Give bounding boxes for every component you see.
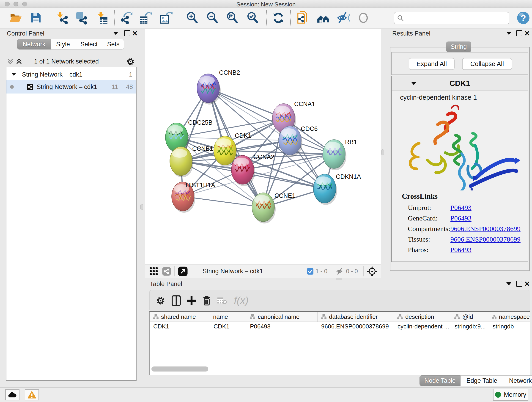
- table-cell[interactable]: cyclin-dependent ...: [394, 322, 451, 331]
- tree-expand-caret-icon[interactable]: [11, 72, 17, 77]
- column-header-name[interactable]: name: [210, 312, 246, 322]
- protein-header[interactable]: CDK1: [392, 76, 528, 91]
- column-header-description[interactable]: description: [394, 312, 451, 322]
- open-session-button[interactable]: [8, 11, 23, 25]
- column-header-namespace[interactable]: namespace: [489, 312, 530, 322]
- column-header-canonical-name[interactable]: canonical name: [246, 312, 317, 322]
- warnings-button[interactable]: [25, 389, 39, 400]
- network-canvas[interactable]: CCNB2CCNA1CDC25BCDK1CDC6RB1CCNB1CCNA2CDK…: [145, 29, 381, 264]
- tab-style[interactable]: Style: [51, 39, 75, 50]
- node-label-CCNB1: CCNB1: [192, 145, 213, 152]
- delete-table-icon: [217, 297, 227, 305]
- tab-string[interactable]: String: [446, 41, 471, 52]
- tab-edge-table[interactable]: Edge Table: [461, 375, 503, 386]
- network-share-gray-icon[interactable]: [162, 267, 171, 276]
- first-neighbors-button[interactable]: [295, 11, 310, 25]
- panel-float-button[interactable]: [516, 281, 522, 287]
- open-in-window-icon[interactable]: [178, 266, 188, 276]
- left-splitter-handle[interactable]: [140, 204, 143, 210]
- expand-all-button[interactable]: Expand All: [409, 58, 455, 70]
- panel-float-button[interactable]: [516, 30, 522, 36]
- panel-menu-caret-icon[interactable]: [506, 32, 511, 35]
- panel-close-button[interactable]: ✕: [524, 280, 530, 288]
- selected-checkbox-icon[interactable]: [307, 268, 314, 275]
- network-collection-row[interactable]: String Network – cdk1 1: [6, 69, 136, 80]
- table-cell[interactable]: CDK1: [210, 322, 246, 331]
- refresh-button[interactable]: [271, 11, 286, 25]
- network-row-selected[interactable]: String Network – cdk1 11 48: [6, 80, 136, 94]
- fx-icon: f(x): [233, 295, 251, 307]
- home-button[interactable]: [316, 11, 331, 25]
- table-horizontal-scrollbar[interactable]: [152, 366, 208, 371]
- column-header-shared-name[interactable]: shared name: [150, 312, 210, 322]
- zoom-selected-icon: [246, 11, 259, 25]
- column-header--id[interactable]: @id: [451, 312, 489, 322]
- tab-sets[interactable]: Sets: [103, 39, 124, 50]
- panel-close-button[interactable]: ✕: [524, 29, 530, 37]
- crosslink-link[interactable]: 9606.ENSP00000378699: [450, 235, 520, 243]
- toolbar-separator: [363, 266, 364, 276]
- export-table-button[interactable]: [138, 11, 153, 25]
- panel-close-button[interactable]: ✕: [132, 29, 138, 37]
- tab-network[interactable]: Network: [17, 39, 51, 50]
- grid-view-icon[interactable]: [149, 267, 158, 276]
- column-header-database-identifier[interactable]: database identifier: [317, 312, 394, 322]
- panel-float-button[interactable]: [124, 30, 130, 36]
- save-session-button[interactable]: [29, 11, 43, 25]
- tab-node-table[interactable]: Node Table: [419, 375, 461, 386]
- network-node-CCNB1[interactable]: [170, 147, 193, 177]
- network-node-RB1[interactable]: [323, 140, 346, 170]
- zoom-in-button[interactable]: [185, 11, 199, 25]
- panel-menu-caret-icon[interactable]: [506, 282, 511, 285]
- network-edge[interactable]: [177, 137, 290, 140]
- network-row-label: String Network – cdk1: [37, 83, 97, 90]
- attribute-icon: [249, 314, 255, 320]
- show-all-button[interactable]: [356, 11, 371, 25]
- memory-label: Memory: [504, 391, 526, 398]
- delete-column-button[interactable]: [202, 295, 211, 306]
- import-table-button[interactable]: [95, 11, 109, 25]
- import-database-button[interactable]: [74, 11, 89, 25]
- network-node-CCNE1[interactable]: [252, 193, 276, 223]
- node-label-CDKN1A: CDKN1A: [336, 173, 361, 180]
- collapse-all-button[interactable]: Collapse All: [462, 58, 512, 70]
- tab-network-table[interactable]: Network Table: [503, 375, 532, 386]
- zoom-selected-button[interactable]: [245, 11, 260, 25]
- table-panel: Table Panel ✕: [147, 280, 532, 388]
- network-node-CDKN1A[interactable]: [313, 174, 337, 205]
- network-edge[interactable]: [225, 151, 334, 154]
- panel-menu-caret-icon[interactable]: [113, 32, 118, 35]
- help-button[interactable]: ?: [516, 11, 531, 25]
- search-input[interactable]: [394, 12, 509, 24]
- table-row[interactable]: CDK1CDK1P064939606.ENSP00000378699cyclin…: [150, 322, 530, 331]
- crosslink-link[interactable]: P06493: [450, 214, 472, 222]
- crosslink-link[interactable]: 9606.ENSP00000378699: [450, 225, 520, 233]
- table-cell[interactable]: P06493: [246, 322, 317, 331]
- cloud-status-button[interactable]: [5, 389, 19, 400]
- table-cell[interactable]: stringdb: [489, 322, 530, 331]
- network-share-icon: [27, 83, 33, 90]
- memory-button[interactable]: Memory: [493, 389, 528, 401]
- zoom-out-button[interactable]: [205, 11, 220, 25]
- table-cell[interactable]: stringdb:9...: [451, 322, 489, 331]
- tab-select[interactable]: Select: [75, 39, 103, 50]
- table-settings-button[interactable]: [156, 296, 166, 306]
- birds-eye-view-icon[interactable]: [367, 266, 377, 277]
- create-column-button[interactable]: [187, 296, 196, 306]
- crosslink-link[interactable]: P06493: [450, 246, 472, 254]
- protein-collapse-caret-icon[interactable]: [411, 82, 416, 85]
- show-columns-button[interactable]: [172, 295, 181, 306]
- export-network-button[interactable]: [119, 11, 133, 25]
- table-panel-title: Table Panel: [150, 281, 182, 288]
- import-network-button[interactable]: [55, 11, 70, 25]
- table-toolbar: f(x): [149, 290, 530, 311]
- table-cell[interactable]: 9606.ENSP00000378699: [317, 322, 394, 331]
- hide-selected-button[interactable]: [336, 11, 351, 25]
- export-image-button[interactable]: [158, 11, 173, 25]
- crosslink-link[interactable]: P06493: [450, 204, 472, 211]
- zoom-fit-button[interactable]: [225, 11, 239, 25]
- export-network-icon: [119, 11, 133, 25]
- right-splitter-handle[interactable]: [381, 149, 384, 155]
- gear-icon[interactable]: [126, 57, 135, 66]
- table-cell[interactable]: CDK1: [150, 322, 210, 331]
